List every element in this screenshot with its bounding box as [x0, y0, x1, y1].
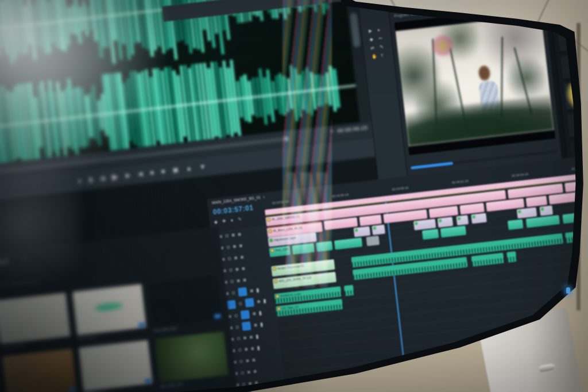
timeline-clip[interactable] [440, 226, 467, 238]
track-toggle-icon[interactable] [234, 314, 238, 318]
pen-tool-icon[interactable]: ✎ [380, 44, 387, 49]
track-toggle-icon[interactable] [246, 359, 249, 363]
timeline-clip[interactable] [292, 243, 315, 255]
timeline-clip[interactable] [359, 214, 382, 226]
voiceover-mic-icon[interactable] [259, 310, 262, 315]
track-target-toggle[interactable] [238, 287, 247, 297]
timeline-clip[interactable] [456, 215, 469, 225]
track-toggle-icon[interactable] [233, 245, 237, 248]
timeline-clip[interactable] [344, 285, 354, 296]
search-field-underline[interactable] [0, 281, 37, 291]
timeline-clip[interactable] [508, 219, 524, 230]
zoom-handle-right[interactable] [284, 136, 289, 142]
track-toggle-icon[interactable] [241, 371, 245, 375]
add-marker-icon[interactable]: ● [78, 177, 82, 184]
step-back-icon[interactable]: ◀ [99, 175, 105, 182]
track-toggle-icon[interactable] [225, 235, 229, 238]
timeline-clip[interactable] [316, 241, 333, 252]
voiceover-mic-icon[interactable] [263, 298, 266, 303]
track-toggle-icon[interactable] [227, 245, 230, 249]
track-target-toggle[interactable] [245, 298, 254, 308]
track-toggle-icon[interactable] [255, 381, 258, 385]
project-clip-thumbnail[interactable]: LOGO_GR_v3 [72, 284, 146, 335]
marker-icon[interactable]: ● [230, 217, 234, 222]
slip-tool-icon[interactable]: ⇄ [370, 45, 378, 51]
timeline-settings-icon[interactable]: ✎ [238, 217, 242, 222]
track-toggle-icon[interactable] [250, 336, 253, 339]
export-frame-icon[interactable]: ▣ [172, 166, 179, 173]
track-toggle-icon[interactable] [254, 324, 257, 327]
track-toggle-icon[interactable] [242, 383, 246, 386]
track-toggle-icon[interactable] [253, 312, 256, 316]
timeline-clip[interactable] [471, 213, 487, 224]
type-tool-icon[interactable]: T [381, 53, 388, 58]
in-point-icon[interactable]: ▮ [88, 176, 92, 183]
timeline-clip[interactable] [366, 236, 380, 246]
track-toggle-icon[interactable] [243, 336, 247, 340]
timeline-clip[interactable] [354, 226, 371, 237]
track-toggle-icon[interactable] [250, 289, 254, 293]
track-target-toggle[interactable] [241, 310, 250, 320]
panel-menu-icon[interactable]: ≡ [23, 256, 26, 262]
linked-selection-icon[interactable]: ✚ [222, 218, 226, 224]
scrollbar-handle[interactable] [350, 12, 361, 47]
track-toggle-icon[interactable] [251, 347, 254, 351]
track-toggle-icon[interactable] [237, 337, 241, 340]
timeline-clip[interactable] [372, 225, 385, 235]
insert-icon[interactable]: ■ [150, 169, 154, 176]
track-toggle-icon[interactable] [247, 371, 251, 374]
track-toggle-icon[interactable] [238, 348, 242, 352]
hand-tool-icon[interactable]: ✋ [372, 54, 379, 59]
track-toggle-icon[interactable] [253, 370, 257, 373]
track-toggle-icon[interactable] [229, 268, 233, 272]
voiceover-mic-icon[interactable] [260, 322, 263, 326]
track-target-toggle[interactable] [242, 321, 252, 331]
track-toggle-icon[interactable] [231, 233, 235, 237]
step-forward-icon[interactable]: ▶ [125, 172, 131, 179]
ripple-edit-tool-icon[interactable]: ◆ [369, 37, 377, 42]
track-toggle-icon[interactable] [252, 359, 256, 362]
track-toggle-icon[interactable] [249, 382, 252, 386]
close-icon[interactable]: × [262, 195, 265, 199]
program-scrollbar-handle[interactable] [411, 162, 453, 169]
track-select-tool-icon[interactable]: ▸ [377, 27, 385, 32]
track-toggle-icon[interactable] [239, 244, 243, 248]
snap-magnet-icon[interactable]: ◆ [214, 219, 218, 225]
timeline-clip[interactable] [413, 219, 436, 230]
project-clip-thumbnail[interactable]: B004_0519_C002 [0, 358, 1, 392]
program-video-viewport[interactable] [394, 6, 556, 155]
track-toggle-icon[interactable] [235, 268, 239, 271]
overwrite-icon[interactable]: ■ [161, 168, 165, 175]
timeline-clip[interactable] [459, 203, 485, 215]
track-toggle-icon[interactable] [243, 279, 246, 282]
track-toggle-icon[interactable] [230, 280, 234, 283]
timeline-clip[interactable] [429, 206, 458, 218]
selection-tool-icon[interactable]: ▶ [369, 28, 376, 33]
timeline-clip[interactable] [438, 217, 454, 228]
track-toggle-icon[interactable] [239, 360, 243, 363]
track-toggle-icon[interactable] [228, 257, 231, 260]
track-toggle-icon[interactable] [236, 325, 239, 329]
lift-icon[interactable]: ▲ [185, 164, 192, 171]
track-toggle-icon[interactable] [239, 302, 242, 306]
loop-icon[interactable]: ◀ [137, 170, 143, 177]
track-toggle-icon[interactable] [238, 233, 241, 236]
timeline-clip[interactable] [334, 237, 363, 249]
track-toggle-icon[interactable] [241, 256, 244, 259]
track-toggle-icon[interactable] [237, 279, 240, 283]
timeline-clip[interactable] [539, 205, 553, 216]
extract-icon[interactable]: ▼ [199, 163, 206, 170]
timeline-clip[interactable] [506, 251, 517, 263]
timeline-clip[interactable] [517, 207, 537, 219]
track-toggle-icon[interactable] [234, 256, 238, 260]
sequence-tab[interactable]: MAIN_2264_SMOKE_BG_01× [212, 195, 265, 205]
voiceover-mic-icon[interactable] [256, 334, 258, 339]
track-toggle-icon[interactable] [232, 291, 235, 295]
project-clip-thumbnail[interactable]: TITLE_CARD_v2 [79, 340, 153, 391]
project-clip-thumbnail[interactable]: A013_0528_C004 [148, 275, 222, 326]
track-toggle-icon[interactable] [245, 348, 248, 351]
project-clip-thumbnail[interactable]: A012_0526_C001 [0, 293, 70, 344]
project-clip-thumbnail[interactable]: A014_0530_C001 [154, 332, 229, 383]
project-tab[interactable]: Project: Final_Sequence_v2 [0, 258, 9, 269]
track-toggle-icon[interactable] [242, 267, 245, 271]
